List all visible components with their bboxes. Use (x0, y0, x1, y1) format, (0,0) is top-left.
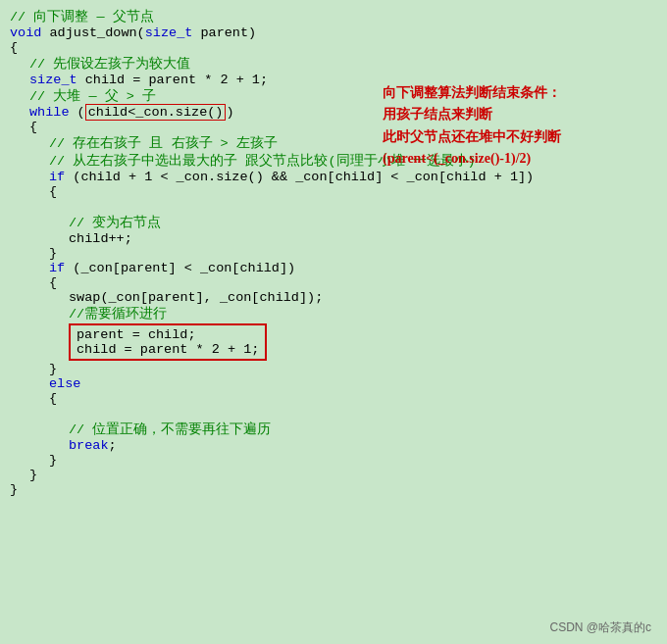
watermark: CSDN @哈茶真的c (549, 619, 651, 636)
close-brace-2: } (10, 246, 657, 261)
spacer2 (10, 406, 657, 421)
red-boxed-block: parent = child; child = parent * 2 + 1; (69, 323, 267, 361)
annotation-line1: 向下调整算法判断结束条件： (383, 85, 561, 100)
close-brace-func: } (10, 482, 657, 497)
close-brace-3: } (10, 362, 657, 376)
open-brace-2: { (10, 184, 657, 199)
main-container: // 向下调整 — 父节点 void adjust_down(size_t pa… (0, 0, 667, 644)
func-signature: void adjust_down(size_t parent) (10, 25, 657, 40)
child-inc: child++; (10, 231, 657, 246)
annotation-line4: (parent<(_con.size()-1)/2) (383, 151, 531, 166)
open-brace-0: { (10, 40, 657, 55)
break-line: break; (10, 438, 657, 453)
close-brace-4: } (10, 453, 657, 468)
annotation-line3: 此时父节点还在堆中不好判断 (383, 129, 561, 144)
parent-assign: parent = child; (77, 327, 259, 342)
swap-line: swap(_con[parent], _con[child]); (10, 290, 657, 305)
annotation-box: 向下调整算法判断结束条件： 用孩子结点来判断 此时父节点还在堆中不好判断 (pa… (383, 82, 647, 171)
open-brace-3: { (10, 275, 657, 290)
comment-loop: //需要循环进行 (10, 305, 657, 322)
comment-correct: // 位置正确，不需要再往下遍历 (10, 421, 657, 438)
code-area: 向下调整算法判断结束条件： 用孩子结点来判断 此时父节点还在堆中不好判断 (pa… (10, 55, 657, 482)
header-comment: // 向下调整 — 父节点 (10, 8, 657, 25)
spacer1 (10, 199, 657, 214)
if-parent-child: if (_con[parent] < _con[child]) (10, 261, 657, 275)
else-line: else (10, 376, 657, 391)
comment-assume: // 先假设左孩子为较大值 (10, 55, 657, 73)
if-right-child: if (child + 1 < _con.size() && _con[chil… (10, 170, 657, 184)
close-brace-while: } (10, 468, 657, 482)
child-assign: child = parent * 2 + 1; (77, 342, 259, 357)
open-brace-4: { (10, 391, 657, 406)
comment-right-node: // 变为右节点 (10, 214, 657, 231)
annotation-line2: 用孩子结点来判断 (383, 107, 492, 122)
